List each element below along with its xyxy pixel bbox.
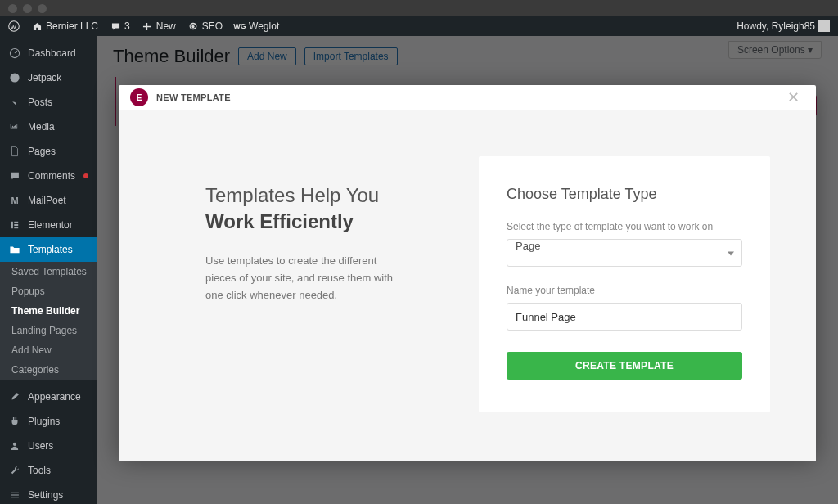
weglot-icon: WG bbox=[234, 20, 246, 32]
wordpress-icon bbox=[8, 20, 20, 32]
elementor-icon bbox=[8, 218, 21, 232]
wp-sidebar: Dashboard Jetpack Posts Media Pages Comm… bbox=[0, 36, 97, 504]
modal-header: E NEW TEMPLATE ✕ bbox=[119, 85, 816, 110]
traffic-light-minimize[interactable] bbox=[23, 4, 32, 13]
ab-howdy[interactable]: Howdy, Ryleigh85 bbox=[737, 20, 830, 32]
sidebar-item-mailpoet[interactable]: MMailPoet bbox=[0, 188, 97, 213]
traffic-light-zoom[interactable] bbox=[38, 4, 47, 13]
sidebar-label: Dashboard bbox=[28, 47, 76, 59]
comment-icon bbox=[8, 169, 21, 182]
modal-headline-2: Work Efficiently bbox=[205, 210, 446, 233]
mailpoet-icon: M bbox=[8, 194, 21, 207]
ab-comment-count: 3 bbox=[124, 20, 130, 32]
modal-left-pane: Templates Help You Work Efficiently Use … bbox=[119, 110, 479, 461]
sidebar-sub-theme-builder[interactable]: Theme Builder bbox=[0, 301, 97, 321]
modal-form-panel: Choose Template Type Select the type of … bbox=[479, 156, 770, 412]
traffic-light-close[interactable] bbox=[8, 4, 17, 13]
sidebar-item-posts[interactable]: Posts bbox=[0, 90, 97, 115]
sidebar-item-plugins[interactable]: Plugins bbox=[0, 409, 97, 434]
sidebar-label: Templates bbox=[28, 244, 73, 255]
wrench-icon bbox=[8, 464, 21, 477]
sidebar-item-media[interactable]: Media bbox=[0, 115, 97, 139]
plus-icon bbox=[142, 20, 153, 32]
ab-site-name-label: Bernier LLC bbox=[46, 20, 98, 32]
create-template-button[interactable]: CREATE TEMPLATE bbox=[507, 352, 742, 380]
modal-headline-1: Templates Help You bbox=[205, 184, 446, 207]
sidebar-label: Jetpack bbox=[28, 72, 61, 83]
template-name-input[interactable] bbox=[507, 303, 742, 331]
sidebar-label: Users bbox=[28, 440, 53, 452]
new-template-modal: E NEW TEMPLATE ✕ Templates Help You Work… bbox=[119, 85, 816, 457]
template-name-label: Name your template bbox=[507, 285, 742, 296]
avatar bbox=[818, 20, 830, 32]
sidebar-label: Settings bbox=[28, 489, 63, 501]
sidebar-label: Pages bbox=[28, 146, 56, 157]
ab-wordpress-logo[interactable] bbox=[8, 20, 20, 32]
sliders-icon bbox=[8, 488, 21, 502]
page-icon bbox=[8, 145, 21, 158]
wp-admin-bar: Bernier LLC 3 New ⦿ SEO WG Weglot Howdy,… bbox=[0, 16, 838, 36]
sidebar-label: Elementor bbox=[28, 219, 73, 231]
media-icon bbox=[8, 120, 21, 133]
modal-overlay[interactable]: E NEW TEMPLATE ✕ Templates Help You Work… bbox=[97, 36, 838, 504]
pin-icon bbox=[8, 96, 21, 109]
sidebar-label: Posts bbox=[28, 97, 52, 108]
window-titlebar bbox=[0, 0, 838, 16]
brush-icon bbox=[8, 390, 21, 403]
ab-new[interactable]: New bbox=[142, 20, 176, 32]
sidebar-label: Media bbox=[28, 121, 55, 133]
comment-icon bbox=[110, 20, 121, 32]
plug-icon bbox=[8, 415, 21, 428]
sidebar-item-dashboard[interactable]: Dashboard bbox=[0, 41, 97, 65]
sidebar-label: Tools bbox=[28, 465, 51, 476]
folder-icon bbox=[8, 243, 21, 256]
ab-comments[interactable]: 3 bbox=[110, 20, 130, 32]
svg-rect-6 bbox=[14, 224, 18, 226]
home-icon bbox=[31, 20, 43, 32]
sidebar-label: Appearance bbox=[28, 391, 81, 403]
wp-content: Screen Options ▾ Theme Builder Add New I… bbox=[97, 36, 838, 504]
close-icon[interactable]: ✕ bbox=[782, 85, 804, 110]
ab-weglot[interactable]: WG Weglot bbox=[234, 20, 279, 32]
template-type-select[interactable]: Page bbox=[507, 239, 742, 267]
dashboard-icon bbox=[8, 47, 21, 60]
svg-point-2 bbox=[10, 73, 19, 82]
sidebar-label: Plugins bbox=[28, 416, 60, 427]
sidebar-item-comments[interactable]: Comments bbox=[0, 164, 97, 188]
sidebar-item-templates[interactable]: Templates bbox=[0, 237, 97, 262]
sidebar-item-users[interactable]: Users bbox=[0, 434, 97, 458]
seo-icon: ⦿ bbox=[187, 20, 199, 32]
svg-point-0 bbox=[9, 21, 20, 32]
user-icon bbox=[8, 439, 21, 452]
template-type-value: Page bbox=[516, 240, 540, 252]
modal-title: NEW TEMPLATE bbox=[156, 92, 231, 102]
ab-site-name[interactable]: Bernier LLC bbox=[31, 20, 98, 32]
sidebar-sub-saved-templates[interactable]: Saved Templates bbox=[0, 262, 97, 281]
template-type-label: Select the type of template you want to … bbox=[507, 221, 742, 232]
sidebar-label: MailPoet bbox=[28, 195, 66, 206]
sidebar-sub-add-new[interactable]: Add New bbox=[0, 340, 97, 360]
sidebar-item-jetpack[interactable]: Jetpack bbox=[0, 65, 97, 90]
ab-howdy-label: Howdy, Ryleigh85 bbox=[737, 20, 815, 32]
ab-new-label: New bbox=[156, 20, 176, 32]
sidebar-item-tools[interactable]: Tools bbox=[0, 458, 97, 483]
modal-description: Use templates to create the different pi… bbox=[205, 253, 394, 304]
notification-dot bbox=[83, 173, 88, 178]
sidebar-item-appearance[interactable]: Appearance bbox=[0, 385, 97, 409]
jetpack-icon bbox=[8, 71, 21, 84]
svg-rect-5 bbox=[14, 222, 18, 223]
svg-rect-7 bbox=[14, 227, 18, 228]
svg-rect-4 bbox=[11, 222, 13, 228]
sidebar-sub-popups[interactable]: Popups bbox=[0, 281, 97, 301]
sidebar-item-settings[interactable]: Settings bbox=[0, 483, 97, 504]
sidebar-item-elementor[interactable]: Elementor bbox=[0, 213, 97, 237]
ab-seo[interactable]: ⦿ SEO bbox=[187, 20, 223, 32]
ab-weglot-label: Weglot bbox=[249, 20, 279, 32]
elementor-logo-icon: E bbox=[130, 88, 148, 106]
sidebar-sub-landing-pages[interactable]: Landing Pages bbox=[0, 321, 97, 340]
ab-seo-label: SEO bbox=[202, 20, 223, 32]
sidebar-item-pages[interactable]: Pages bbox=[0, 139, 97, 164]
sidebar-sub-categories[interactable]: Categories bbox=[0, 360, 97, 380]
sidebar-label: Comments bbox=[28, 170, 75, 182]
svg-point-8 bbox=[13, 443, 16, 446]
